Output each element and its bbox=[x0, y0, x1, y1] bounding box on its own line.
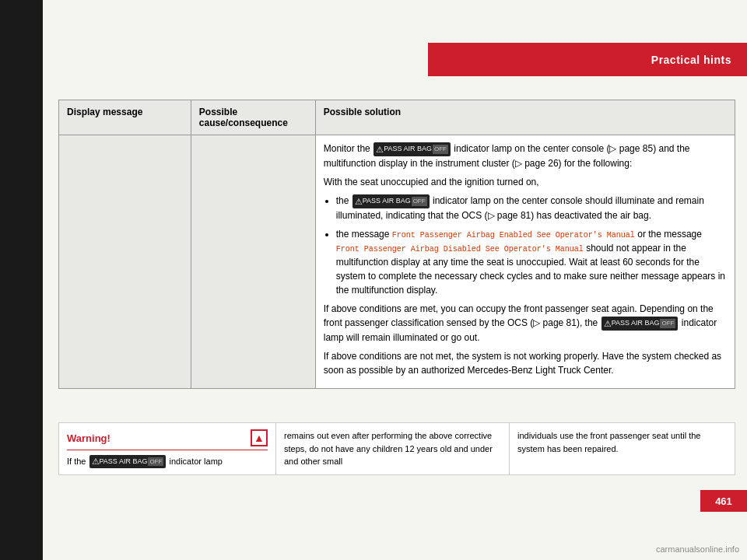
bullet-item-2: the message Front Passenger Airbag Enabl… bbox=[336, 227, 727, 297]
main-table: Display message Possible cause/consequen… bbox=[58, 100, 735, 389]
warning-triangle-icon: ▲ bbox=[251, 429, 268, 446]
bullet-item-1: the ⚠ PASS AIR BAG OFF indicator lamp on… bbox=[336, 194, 727, 222]
solution-para2: With the seat unoccupied and the ignitio… bbox=[324, 175, 727, 189]
col-header-display: Display message bbox=[59, 100, 191, 135]
cause-cell bbox=[191, 135, 315, 389]
warning-header: Warning! ▲ bbox=[67, 429, 268, 450]
display-message-cell bbox=[59, 135, 191, 389]
solution-cell: Monitor the ⚠ PASS AIR BAG OFF indicator… bbox=[315, 135, 735, 389]
solution-para1: Monitor the ⚠ PASS AIR BAG OFF indicator… bbox=[324, 142, 727, 170]
person-icon-2: ⚠ bbox=[355, 195, 363, 208]
airbag-badge-warning: ⚠ PASS AIR BAG OFF bbox=[89, 455, 167, 468]
solution-bullet-list: the ⚠ PASS AIR BAG OFF indicator lamp on… bbox=[336, 194, 727, 297]
airbag-badge-2: ⚠ PASS AIR BAG OFF bbox=[352, 194, 430, 209]
person-icon-3: ⚠ bbox=[604, 317, 612, 331]
header-banner: Practical hints bbox=[428, 43, 747, 76]
warning-label: Warning! bbox=[67, 432, 110, 444]
red-code-1: Front Passenger Airbag Enabled See Opera… bbox=[392, 231, 635, 240]
person-icon-1: ⚠ bbox=[376, 143, 384, 156]
solution-para4: If above conditions are not met, the sys… bbox=[324, 349, 727, 377]
bottom-section: Warning! ▲ If the ⚠ PASS AIR BAG OFF ind… bbox=[58, 422, 735, 475]
page-number: 461 bbox=[700, 490, 747, 512]
person-icon-warning: ⚠ bbox=[92, 456, 100, 467]
col-header-solution: Possible solution bbox=[315, 100, 735, 135]
airbag-badge-3: ⚠ PASS AIR BAG OFF bbox=[601, 317, 679, 331]
solution-para3: If above conditions are met, you can occ… bbox=[324, 302, 727, 345]
watermark: carmanualsonline.info bbox=[656, 544, 739, 554]
airbag-badge-1: ⚠ PASS AIR BAG OFF bbox=[374, 142, 451, 157]
page-title: Practical hints bbox=[651, 54, 731, 66]
middle-box: remains out even after performing the ab… bbox=[276, 422, 510, 475]
warning-box: Warning! ▲ If the ⚠ PASS AIR BAG OFF ind… bbox=[58, 422, 276, 475]
right-box: individuals use the front passenger seat… bbox=[510, 422, 735, 475]
col-header-cause: Possible cause/consequence bbox=[191, 100, 315, 135]
warning-text: If the ⚠ PASS AIR BAG OFF indicator lamp bbox=[67, 455, 268, 468]
red-code-2: Front Passenger Airbag Disabled See Oper… bbox=[336, 245, 584, 254]
table-row: Monitor the ⚠ PASS AIR BAG OFF indicator… bbox=[59, 135, 735, 389]
